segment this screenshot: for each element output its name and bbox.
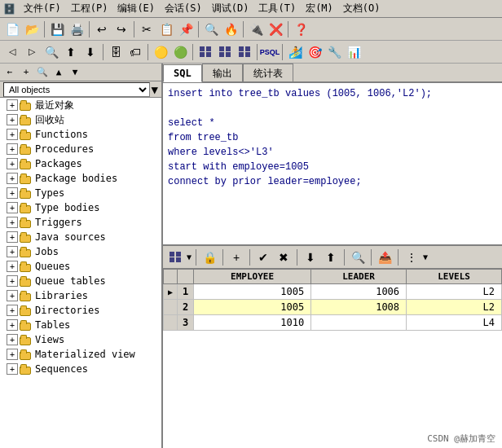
cell-employee-2[interactable]: 1005 — [194, 300, 311, 315]
expander-java-sources[interactable]: + — [7, 231, 18, 243]
tab-stats[interactable]: 统计表 — [243, 64, 293, 81]
tb-connect[interactable]: 🔌 — [247, 20, 265, 38]
grid-view-btn[interactable] — [166, 248, 184, 266]
cell-employee-1[interactable]: 1005 — [194, 284, 311, 300]
nav-search[interactable]: 🔍 — [36, 66, 49, 79]
expander-recycle[interactable]: + — [7, 114, 18, 125]
tb-search-obj[interactable]: 🔍 — [42, 43, 60, 61]
tb-undo[interactable]: ↩ — [93, 20, 111, 38]
object-type-select[interactable]: All objects — [3, 82, 150, 97]
cell-employee-3[interactable]: 1010 — [194, 315, 311, 331]
tb-extra2[interactable]: 🎯 — [306, 43, 324, 61]
tb-grid1[interactable] — [196, 43, 214, 61]
tb-obj2[interactable]: 🟢 — [171, 43, 189, 61]
col-leader[interactable]: LEADER — [311, 270, 407, 284]
tb-obj1[interactable]: 🟡 — [152, 43, 170, 61]
tb-redo[interactable]: ↪ — [112, 20, 130, 38]
menu-docs[interactable]: 文档(O) — [338, 0, 385, 17]
expander-packages[interactable]: + — [7, 158, 18, 169]
expander-type-bodies[interactable]: + — [7, 202, 18, 213]
tb-extra3[interactable]: 🔧 — [325, 43, 343, 61]
cell-levels-1[interactable]: L2 — [407, 284, 502, 300]
expander-triggers[interactable]: + — [7, 217, 18, 228]
expander-tables[interactable]: + — [7, 319, 18, 331]
tb-help[interactable]: ❓ — [292, 20, 310, 38]
expander-libraries[interactable]: + — [7, 290, 18, 301]
menu-macro[interactable]: 宏(M) — [301, 0, 338, 17]
tb-grid3[interactable] — [236, 43, 253, 61]
tb-back[interactable]: ◁ — [3, 43, 21, 61]
cell-leader-1[interactable]: 1006 — [311, 284, 407, 300]
tree-item-libraries[interactable]: + Libraries — [0, 288, 161, 303]
tb-disconnect[interactable]: ❌ — [266, 20, 284, 38]
search-data-btn[interactable]: 🔍 — [349, 248, 367, 266]
menu-edit[interactable]: 编辑(E) — [112, 0, 160, 17]
more-btn[interactable]: ⋮ — [403, 248, 421, 266]
expander-jobs[interactable]: + — [7, 246, 18, 257]
expander-queue-tables[interactable]: + — [7, 275, 18, 287]
menu-tools[interactable]: 工具(T) — [253, 0, 301, 17]
dropdown-arrow-more[interactable]: ▼ — [423, 253, 428, 261]
tb-grid2[interactable] — [216, 43, 234, 61]
tree-item-procedures[interactable]: + Procedures — [0, 142, 161, 156]
expander-directories[interactable]: + — [7, 305, 18, 316]
tb-new[interactable]: 📄 — [3, 20, 21, 38]
tb-psql[interactable]: PSQL — [261, 43, 279, 61]
menu-session[interactable]: 会话(S) — [160, 0, 207, 17]
tab-output[interactable]: 输出 — [202, 64, 243, 81]
expander-procedures[interactable]: + — [7, 143, 18, 155]
tab-sql[interactable]: SQL — [163, 64, 202, 82]
expander-package-bodies[interactable]: + — [7, 173, 18, 184]
tb-save[interactable]: 💾 — [48, 20, 66, 38]
tb-forward[interactable]: ▷ — [23, 43, 41, 61]
tb-extra4[interactable]: 📊 — [345, 43, 363, 61]
nav-add[interactable]: + — [20, 66, 33, 79]
menu-file[interactable]: 文件(F) — [19, 0, 66, 17]
table-row[interactable]: 2 1005 1008 L2 — [164, 300, 502, 315]
tb-open[interactable]: 📂 — [23, 20, 41, 38]
tb-refresh[interactable]: ⬆ — [62, 43, 80, 61]
tb-find[interactable]: 🔍 — [202, 20, 220, 38]
expander-sequences[interactable]: + — [7, 363, 18, 375]
table-row[interactable]: 3 1010 L4 — [164, 315, 502, 331]
col-employee[interactable]: EMPLOYEE — [194, 270, 311, 284]
table-row[interactable]: ▶ 1 1005 1006 L2 — [164, 284, 502, 300]
tree-item-type-bodies[interactable]: + Type bodies — [0, 200, 161, 215]
tree-item-recycle[interactable]: + 回收站 — [0, 112, 161, 127]
tb-paste[interactable]: 📌 — [177, 20, 195, 38]
arrow-down-btn[interactable]: ⬇ — [302, 248, 319, 266]
tree-item-queue-tables[interactable]: + Queue tables — [0, 274, 161, 288]
tb-extra1[interactable]: 🏄 — [286, 43, 304, 61]
lock-btn[interactable]: 🔒 — [200, 248, 218, 266]
tree-item-queues[interactable]: + Queues — [0, 259, 161, 274]
tb-db2[interactable]: 🏷 — [126, 43, 144, 61]
dropdown-arrow[interactable]: ▼ — [152, 83, 158, 96]
tb-db1[interactable]: 🗄 — [107, 43, 125, 61]
expander-functions[interactable]: + — [7, 129, 18, 140]
nav-down[interactable]: ▼ — [68, 66, 81, 79]
tree-container[interactable]: + 最近对象 + 回收站 + Functions + Procedures + — [0, 98, 161, 448]
cell-levels-3[interactable]: L4 — [407, 315, 502, 331]
confirm-btn[interactable]: ✔ — [254, 248, 272, 266]
expander-types[interactable]: + — [7, 187, 18, 199]
add-row-btn[interactable]: + — [227, 248, 245, 266]
tree-item-java-sources[interactable]: + Java sources — [0, 230, 161, 244]
tree-item-views[interactable]: + Views — [0, 332, 161, 347]
tb-replace[interactable]: 🔥 — [222, 20, 240, 38]
tree-item-package-bodies[interactable]: + Package bodies — [0, 171, 161, 186]
tree-item-mat-views[interactable]: + Materialized view — [0, 347, 161, 362]
tb-copy[interactable]: 📋 — [157, 20, 175, 38]
tree-item-triggers[interactable]: + Triggers — [0, 215, 161, 230]
arrow-up-btn[interactable]: ⬆ — [322, 248, 340, 266]
tb-print[interactable]: 🖨️ — [68, 20, 86, 38]
col-levels[interactable]: LEVELS — [407, 270, 502, 284]
tb-cut[interactable]: ✂ — [138, 20, 156, 38]
export-btn[interactable]: 📤 — [376, 248, 394, 266]
expander-recent[interactable]: + — [7, 99, 18, 111]
nav-back[interactable]: ← — [3, 66, 16, 79]
tb-filter[interactable]: ⬇ — [81, 43, 99, 61]
menu-project[interactable]: 工程(P) — [66, 0, 113, 17]
cancel-btn[interactable]: ✖ — [275, 248, 293, 266]
menu-debug[interactable]: 调试(D) — [207, 0, 254, 17]
sql-editor[interactable]: insert into tree_tb values (1005, 1006,'… — [163, 83, 502, 246]
